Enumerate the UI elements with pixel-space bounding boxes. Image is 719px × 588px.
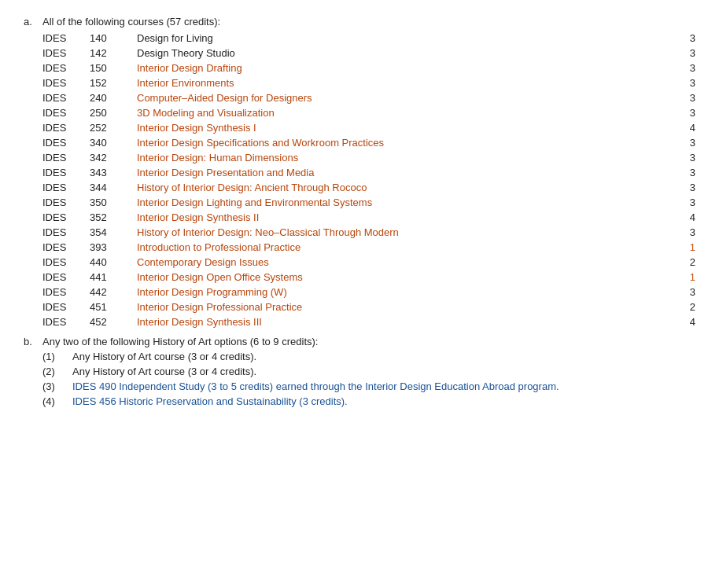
course-num: 441 — [90, 270, 137, 285]
course-credits: 1 — [672, 270, 695, 285]
table-row: IDES 240 Computer–Aided Design for Desig… — [42, 90, 695, 105]
table-row: IDES 252 Interior Design Synthesis I 4 — [42, 120, 695, 135]
course-num: 354 — [90, 225, 137, 240]
table-row: IDES 344 History of Interior Design: Anc… — [42, 180, 695, 195]
course-num: 152 — [90, 75, 137, 90]
course-title: History of Interior Design: Neo–Classica… — [137, 225, 672, 240]
course-num: 440 — [90, 255, 137, 270]
sub-item-text: IDES 456 Historic Preservation and Susta… — [72, 395, 695, 407]
course-num: 252 — [90, 120, 137, 135]
section-a-content: All of the following courses (57 credits… — [42, 16, 695, 329]
section-b: b. Any two of the following History of A… — [24, 336, 695, 410]
course-num: 451 — [90, 300, 137, 314]
course-dept: IDES — [42, 31, 90, 46]
course-dept: IDES — [42, 314, 90, 329]
course-num: 352 — [90, 210, 137, 225]
table-row: IDES 452 Interior Design Synthesis III 4 — [42, 314, 695, 329]
table-row: IDES 250 3D Modeling and Visualization 3 — [42, 105, 695, 120]
course-credits: 2 — [672, 255, 695, 270]
course-dept: IDES — [42, 90, 90, 105]
table-row: IDES 142 Design Theory Studio 3 — [42, 46, 695, 61]
table-row: IDES 442 Interior Design Programming (W)… — [42, 285, 695, 300]
table-row: IDES 343 Interior Design Presentation an… — [42, 165, 695, 180]
course-credits: 3 — [672, 285, 695, 300]
course-title: Contemporary Design Issues — [137, 255, 672, 270]
course-dept: IDES — [42, 75, 90, 90]
table-row: IDES 440 Contemporary Design Issues 2 — [42, 255, 695, 270]
course-num: 343 — [90, 165, 137, 180]
sub-item-num: (3) — [42, 380, 66, 392]
section-b-label: b. — [24, 336, 36, 410]
course-title: Interior Design Programming (W) — [137, 285, 672, 300]
course-title: Interior Design Lighting and Environment… — [137, 195, 672, 210]
course-title: Interior Environments — [137, 75, 672, 90]
course-title: 3D Modeling and Visualization — [137, 105, 672, 120]
table-row: IDES 140 Design for Living 3 — [42, 31, 695, 46]
course-title: Interior Design: Human Dimensions — [137, 150, 672, 165]
sub-item-text: Any History of Art course (3 or 4 credit… — [72, 366, 695, 377]
section-b-header: Any two of the following History of Art … — [42, 336, 695, 347]
course-list: a. All of the following courses (57 cred… — [24, 16, 695, 410]
course-title: Interior Design Specifications and Workr… — [137, 135, 672, 150]
course-title: Design for Living — [137, 31, 672, 46]
course-title: Interior Design Synthesis II — [137, 210, 672, 225]
course-title: Computer–Aided Design for Designers — [137, 90, 672, 105]
table-row: IDES 354 History of Interior Design: Neo… — [42, 225, 695, 240]
course-title: Introduction to Professional Practice — [137, 240, 672, 255]
course-credits: 3 — [672, 135, 695, 150]
course-num: 452 — [90, 314, 137, 329]
course-num: 150 — [90, 61, 137, 75]
course-credits: 2 — [672, 300, 695, 314]
course-credits: 4 — [672, 210, 695, 225]
table-row: IDES 393 Introduction to Professional Pr… — [42, 240, 695, 255]
course-title: Design Theory Studio — [137, 46, 672, 61]
table-row: IDES 340 Interior Design Specifications … — [42, 135, 695, 150]
course-title: Interior Design Professional Practice — [137, 300, 672, 314]
sub-item-text: Any History of Art course (3 or 4 credit… — [72, 351, 695, 362]
course-credits: 4 — [672, 314, 695, 329]
course-credits: 4 — [672, 120, 695, 135]
table-row: IDES 441 Interior Design Open Office Sys… — [42, 270, 695, 285]
course-credits: 3 — [672, 105, 695, 120]
course-credits: 3 — [672, 75, 695, 90]
course-credits: 1 — [672, 240, 695, 255]
course-title: Interior Design Open Office Systems — [137, 270, 672, 285]
table-row: IDES 152 Interior Environments 3 — [42, 75, 695, 90]
course-credits: 3 — [672, 31, 695, 46]
table-row: IDES 350 Interior Design Lighting and En… — [42, 195, 695, 210]
sub-item-num: (4) — [42, 395, 66, 407]
course-dept: IDES — [42, 300, 90, 314]
list-item: (1) Any History of Art course (3 or 4 cr… — [42, 351, 695, 362]
course-num: 250 — [90, 105, 137, 120]
course-num: 140 — [90, 31, 137, 46]
list-item: (2) Any History of Art course (3 or 4 cr… — [42, 366, 695, 377]
course-credits: 3 — [672, 150, 695, 165]
course-dept: IDES — [42, 195, 90, 210]
sub-items-container: (1) Any History of Art course (3 or 4 cr… — [42, 351, 695, 407]
course-dept: IDES — [42, 210, 90, 225]
course-credits: 3 — [672, 61, 695, 75]
course-num: 342 — [90, 150, 137, 165]
courses-table: IDES 140 Design for Living 3 IDES 142 De… — [42, 31, 695, 329]
section-b-content: Any two of the following History of Art … — [42, 336, 695, 410]
course-dept: IDES — [42, 165, 90, 180]
table-row: IDES 342 Interior Design: Human Dimensio… — [42, 150, 695, 165]
course-dept: IDES — [42, 240, 90, 255]
course-dept: IDES — [42, 105, 90, 120]
course-title: History of Interior Design: Ancient Thro… — [137, 180, 672, 195]
table-row: IDES 150 Interior Design Drafting 3 — [42, 61, 695, 75]
course-title: Interior Design Presentation and Media — [137, 165, 672, 180]
course-dept: IDES — [42, 150, 90, 165]
course-dept: IDES — [42, 135, 90, 150]
table-row: IDES 451 Interior Design Professional Pr… — [42, 300, 695, 314]
course-dept: IDES — [42, 120, 90, 135]
course-credits: 3 — [672, 165, 695, 180]
course-dept: IDES — [42, 46, 90, 61]
course-num: 142 — [90, 46, 137, 61]
course-title: Interior Design Drafting — [137, 61, 672, 75]
course-dept: IDES — [42, 270, 90, 285]
course-credits: 3 — [672, 90, 695, 105]
course-dept: IDES — [42, 61, 90, 75]
sub-item-text: IDES 490 Independent Study (3 to 5 credi… — [72, 380, 695, 392]
course-dept: IDES — [42, 255, 90, 270]
